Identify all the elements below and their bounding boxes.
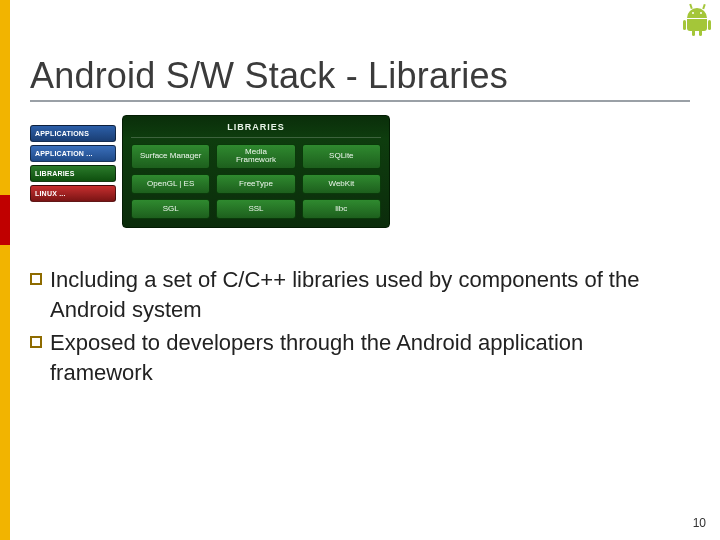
lib-media-framework: Media Framework: [216, 144, 295, 169]
title-underline: [30, 100, 690, 102]
lib-opengl-es: OpenGL | ES: [131, 174, 210, 194]
lib-surface-manager: Surface Manager: [131, 144, 210, 169]
libraries-panel: LIBRARIES Surface Manager Media Framewor…: [122, 115, 390, 228]
lib-sgl: SGL: [131, 199, 210, 219]
page-title: Android S/W Stack - Libraries: [30, 55, 508, 97]
android-stack-diagram: APPLICATIONS APPLICATION ... LIBRARIES L…: [30, 115, 390, 228]
lib-freetype: FreeType: [216, 174, 295, 194]
bullet-text: Exposed to developers through the Androi…: [50, 328, 690, 387]
bullet-list: Including a set of C/C++ libraries used …: [30, 265, 690, 392]
lib-libc: libc: [302, 199, 381, 219]
android-logo-icon: [686, 8, 708, 34]
bullet-marker-icon: [30, 273, 42, 285]
layer-linux: LINUX ...: [30, 185, 116, 202]
stack-layer-labels: APPLICATIONS APPLICATION ... LIBRARIES L…: [30, 115, 116, 228]
accent-stripe-yellow: [0, 0, 10, 540]
layer-framework: APPLICATION ...: [30, 145, 116, 162]
lib-sqlite: SQLite: [302, 144, 381, 169]
accent-stripe-red: [0, 195, 10, 245]
lib-webkit: WebKit: [302, 174, 381, 194]
bullet-marker-icon: [30, 336, 42, 348]
layer-applications: APPLICATIONS: [30, 125, 116, 142]
bullet-text: Including a set of C/C++ libraries used …: [50, 265, 690, 324]
page-number: 10: [693, 516, 706, 530]
layer-libraries: LIBRARIES: [30, 165, 116, 182]
lib-ssl: SSL: [216, 199, 295, 219]
libraries-panel-title: LIBRARIES: [131, 122, 381, 138]
libraries-grid: Surface Manager Media Framework SQLite O…: [131, 144, 381, 219]
bullet-item: Exposed to developers through the Androi…: [30, 328, 690, 387]
bullet-item: Including a set of C/C++ libraries used …: [30, 265, 690, 324]
